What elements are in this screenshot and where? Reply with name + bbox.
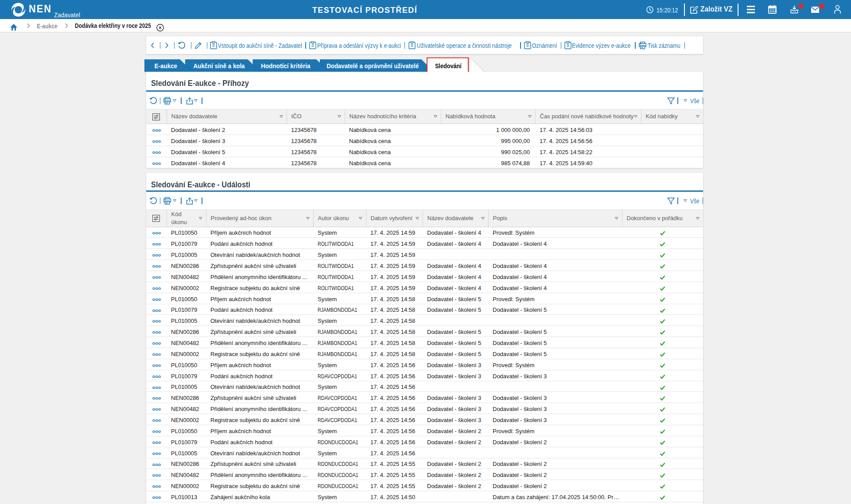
svg-text:Aukční síně a kola: Aukční síně a kola: [194, 62, 245, 70]
svg-text:Hodnotící kritéria: Hodnotící kritéria: [261, 62, 311, 70]
svg-text:Dodavatelé a oprávnění uživate: Dodavatelé a oprávnění uživatelé: [326, 62, 419, 70]
svg-text:Sledování: Sledování: [435, 62, 462, 70]
svg-text:E-aukce: E-aukce: [155, 62, 178, 70]
